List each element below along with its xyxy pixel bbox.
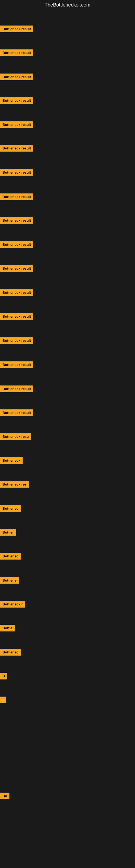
bottleneck-item: Bottleneck result [0, 97, 33, 105]
bottleneck-badge[interactable]: Bottleneck result [0, 265, 33, 272]
bottleneck-badge[interactable]: Bottlenec [0, 649, 21, 656]
bottleneck-item: Bottlenec [0, 553, 21, 561]
bottleneck-badge[interactable]: Bottleneck result [0, 361, 33, 368]
bottleneck-item: Bottlenec [0, 649, 21, 657]
bottleneck-item: Bottleneck result [0, 193, 33, 201]
bottleneck-badge[interactable]: Bottleneck result [0, 409, 33, 416]
bottleneck-item: Bottleneck result [0, 265, 33, 273]
bottleneck-item: Bottleneck resu [0, 433, 31, 441]
bottleneck-badge[interactable]: B [0, 673, 7, 680]
bottleneck-item: | [0, 696, 6, 705]
bottleneck-badge[interactable]: Bottleneck result [0, 50, 33, 56]
bottleneck-item: Bo [0, 793, 9, 801]
bottleneck-item: Bottleneck result [0, 217, 33, 225]
bottleneck-badge[interactable]: Bottleneck result [0, 385, 33, 392]
bottleneck-badge[interactable]: Bottleneck resu [0, 433, 31, 440]
bottleneck-item: Bottleneck result [0, 385, 33, 393]
bottleneck-badge[interactable]: Bottleneck result [0, 289, 33, 296]
bottleneck-badge[interactable]: | [0, 696, 6, 703]
bottleneck-badge[interactable]: Bottleneck result [0, 97, 33, 104]
bottleneck-item: Bottleneck result [0, 337, 33, 345]
bottleneck-badge[interactable]: Bottler [0, 529, 16, 536]
bottleneck-badge[interactable]: Bottleneck res [0, 481, 29, 488]
bottleneck-badge[interactable]: Bottleneck result [0, 121, 33, 128]
bottleneck-badge[interactable]: Bo [0, 793, 9, 799]
bottleneck-badge[interactable]: Bottlenec [0, 553, 21, 560]
bottleneck-item: Bottleneck result [0, 145, 33, 153]
bottleneck-item: Bottleneck result [0, 289, 33, 297]
bottleneck-badge[interactable]: Bottlenec [0, 505, 21, 512]
bottleneck-badge[interactable]: Bottleneck result [0, 217, 33, 224]
bottleneck-item: Bottleneck result [0, 169, 33, 177]
bottleneck-item: Bottleneck result [0, 50, 33, 57]
bottleneck-item: B [0, 673, 7, 681]
bottleneck-item: Bottlene [0, 577, 19, 585]
bottleneck-item: Bottler [0, 529, 16, 537]
bottleneck-badge[interactable]: Bottleneck result [0, 73, 33, 80]
bottleneck-item: Bottleneck [0, 457, 23, 465]
bottleneck-badge[interactable]: Bottleneck result [0, 145, 33, 152]
bottleneck-badge[interactable]: Bottleneck result [0, 169, 33, 176]
bottleneck-item: Bottleneck result [0, 241, 33, 249]
bottleneck-item: Bottleneck res [0, 481, 29, 489]
bottleneck-item: Bottleneck result [0, 313, 33, 321]
bottleneck-item: Bottleneck result [0, 409, 33, 417]
bottleneck-item: Bottleneck result [0, 121, 33, 129]
bottleneck-badge[interactable]: Bottleneck result [0, 26, 33, 32]
bottleneck-item: Bottleneck result [0, 73, 33, 82]
bottleneck-badge[interactable]: Bottleneck [0, 457, 23, 464]
bottleneck-badge[interactable]: Bottleneck r [0, 601, 25, 608]
bottleneck-item: Bottlenec [0, 505, 21, 513]
bottleneck-item: Bottle [0, 625, 15, 632]
bottleneck-badge[interactable]: Bottlene [0, 577, 19, 584]
bottleneck-badge[interactable]: Bottle [0, 625, 15, 631]
bottleneck-item: Bottleneck result [0, 26, 33, 33]
bottleneck-badge[interactable]: Bottleneck result [0, 337, 33, 344]
site-title: TheBottlenecker.com [0, 0, 135, 10]
bottleneck-badge[interactable]: Bottleneck result [0, 241, 33, 248]
bottleneck-badge[interactable]: Bottleneck result [0, 313, 33, 320]
bottleneck-item: Bottleneck result [0, 361, 33, 369]
bottleneck-item: Bottleneck r [0, 601, 25, 609]
bottleneck-badge[interactable]: Bottleneck result [0, 193, 33, 200]
